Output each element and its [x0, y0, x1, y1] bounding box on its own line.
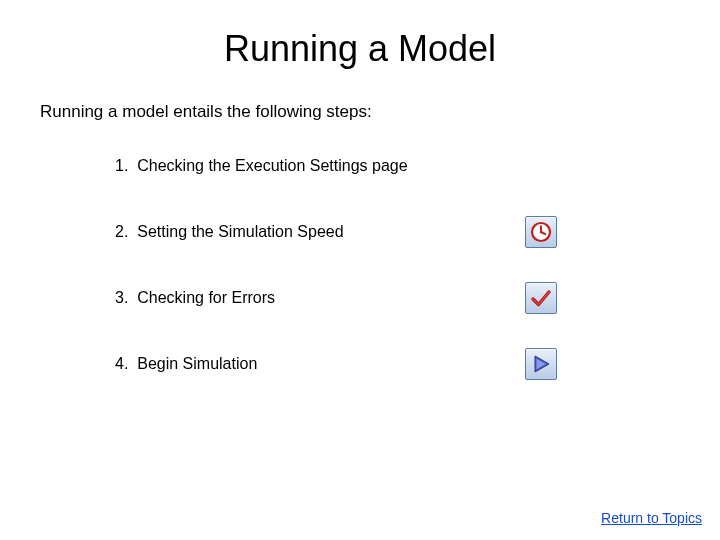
steps-list: 1. Checking the Execution Settings page …: [115, 150, 720, 380]
play-icon: [530, 353, 552, 375]
step-label: Checking for Errors: [137, 289, 275, 306]
intro-text: Running a model entails the following st…: [40, 102, 720, 122]
step-row: 1. Checking the Execution Settings page: [115, 150, 720, 182]
step-number: 2.: [115, 223, 128, 240]
step-text: 3. Checking for Errors: [115, 289, 525, 307]
step-number: 1.: [115, 157, 128, 174]
step-text: 2. Setting the Simulation Speed: [115, 223, 525, 241]
svg-point-3: [540, 231, 542, 233]
simulation-speed-button[interactable]: [525, 216, 557, 248]
clock-icon: [530, 221, 552, 243]
step-row: 3. Checking for Errors: [115, 282, 720, 314]
step-text: 1. Checking the Execution Settings page: [115, 157, 525, 175]
step-label: Begin Simulation: [137, 355, 257, 372]
check-errors-button[interactable]: [525, 282, 557, 314]
check-icon: [530, 287, 552, 309]
step-row: 4. Begin Simulation: [115, 348, 720, 380]
step-label: Checking the Execution Settings page: [137, 157, 407, 174]
return-to-topics-link[interactable]: Return to Topics: [601, 510, 702, 526]
begin-simulation-button[interactable]: [525, 348, 557, 380]
step-number: 3.: [115, 289, 128, 306]
page-title: Running a Model: [0, 28, 720, 70]
step-number: 4.: [115, 355, 128, 372]
step-text: 4. Begin Simulation: [115, 355, 525, 373]
step-row: 2. Setting the Simulation Speed: [115, 216, 720, 248]
step-label: Setting the Simulation Speed: [137, 223, 343, 240]
